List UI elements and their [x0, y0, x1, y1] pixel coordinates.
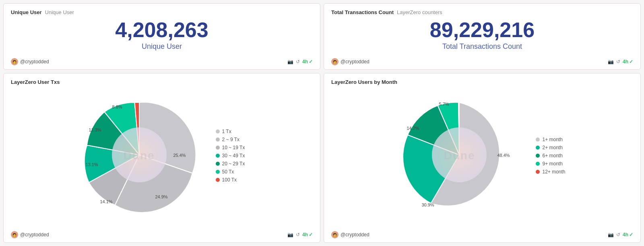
legend-item-1month: 1+ month [536, 137, 565, 142]
svg-text:8.8%: 8.8% [112, 104, 122, 109]
author-avatar: 🧑 [11, 58, 18, 65]
svg-point-13 [432, 127, 487, 182]
users-by-month-donut: 48.4% 30.9% 14.2% 5.7% Dune [399, 94, 520, 217]
legend-dot-2-9tx [216, 138, 220, 142]
svg-text:14.2%: 14.2% [407, 126, 419, 131]
legend-label-100tx: 100 Tx [222, 177, 237, 183]
refresh-icon-4[interactable]: ↺ [616, 232, 620, 238]
legend-label-10-19tx: 10 ~ 19 Tx [222, 145, 245, 150]
total-tx-subtitle: LayerZero counters [397, 9, 442, 15]
author-avatar-2: 🧑 [331, 58, 339, 65]
legend-dot-100tx [216, 178, 220, 182]
author-name-2: @cryptodded [341, 59, 369, 65]
svg-text:11.3%: 11.3% [89, 127, 101, 132]
legend-item-20-29tx: 20 ~ 29 Tx [216, 161, 245, 167]
legend-dot-9month [536, 162, 540, 166]
user-txs-chart-area: 25.4% 24.9% 14.1% 13.1% 11.3% 8.8% Dune … [11, 87, 313, 237]
user-txs-actions: 📷 ↺ 4h ✓ [287, 232, 313, 238]
total-tx-footer: 🧑 @cryptodded 📷 ↺ 4h ✓ [331, 58, 633, 65]
user-txs-donut-container: 25.4% 24.9% 14.1% 13.1% 11.3% 8.8% Dune … [79, 94, 245, 217]
total-tx-title: Total Transactions Count [331, 9, 394, 15]
legend-item-6month: 6+ month [536, 153, 565, 158]
unique-user-actions: 📷 ↺ 4h ✓ [287, 59, 313, 65]
author-name-4: @cryptodded [341, 232, 369, 238]
total-tx-actions: 📷 ↺ 4h ✓ [608, 59, 633, 65]
check-icon-4: ✓ [629, 232, 633, 238]
refresh-badge-4: 4h ✓ [623, 232, 633, 238]
legend-item-12month: 12+ month [536, 169, 565, 175]
refresh-icon[interactable]: ↺ [296, 59, 300, 65]
refresh-icon-2[interactable]: ↺ [616, 59, 620, 65]
author-avatar-4: 🧑 [331, 231, 339, 238]
unique-user-value: 4,208,263 [11, 19, 313, 42]
check-icon-2: ✓ [629, 59, 633, 65]
legend-dot-1month [536, 138, 540, 142]
dashboard: Unique User Unique User 4,208,263 Unique… [0, 0, 644, 246]
refresh-icon-3[interactable]: ↺ [296, 232, 300, 238]
legend-label-12month: 12+ month [542, 169, 565, 175]
author-name: @cryptodded [20, 59, 49, 65]
unique-user-title: Unique User [11, 9, 42, 15]
legend-label-20-29tx: 20 ~ 29 Tx [222, 161, 245, 167]
camera-icon-3[interactable]: 📷 [287, 232, 293, 238]
total-tx-value: 89,229,216 [331, 19, 633, 42]
unique-user-subtitle: Unique User [45, 9, 74, 15]
legend-item-2month: 2+ month [536, 145, 565, 150]
user-txs-footer: 🧑 @cryptodded 📷 ↺ 4h ✓ [11, 231, 313, 238]
users-by-month-card: LayerZero Users by Month [324, 73, 641, 243]
total-tx-author: 🧑 @cryptodded [331, 58, 369, 65]
legend-item-100tx: 100 Tx [216, 177, 245, 183]
unique-user-footer: 🧑 @cryptodded 📷 ↺ 4h ✓ [11, 58, 313, 65]
user-txs-author: 🧑 @cryptodded [11, 231, 49, 238]
legend-dot-1tx [216, 129, 220, 133]
camera-icon-2[interactable]: 📷 [608, 59, 614, 65]
total-tx-card: Total Transactions Count LayerZero count… [324, 3, 641, 70]
refresh-badge: 4h ✓ [302, 59, 313, 65]
check-icon: ✓ [309, 59, 313, 65]
refresh-badge-3: 4h ✓ [302, 232, 313, 238]
svg-text:25.4%: 25.4% [173, 153, 186, 158]
legend-label-1month: 1+ month [542, 137, 562, 142]
total-tx-header: Total Transactions Count LayerZero count… [331, 9, 633, 15]
author-name-3: @cryptodded [20, 232, 49, 238]
legend-item-1tx: 1 Tx [216, 129, 245, 134]
unique-user-header: Unique User Unique User [11, 9, 313, 15]
users-by-month-author: 🧑 @cryptodded [331, 231, 369, 238]
user-txs-card: LayerZero User Txs [3, 73, 320, 243]
legend-label-30-49tx: 30 ~ 49 Tx [222, 153, 245, 158]
legend-item-10-19tx: 10 ~ 19 Tx [216, 145, 245, 150]
svg-text:48.4%: 48.4% [497, 153, 510, 158]
camera-icon-4[interactable]: 📷 [608, 232, 614, 238]
unique-user-card: Unique User Unique User 4,208,263 Unique… [3, 3, 320, 70]
legend-dot-50tx [216, 170, 220, 174]
svg-text:14.1%: 14.1% [100, 199, 112, 204]
refresh-badge-2: 4h ✓ [623, 59, 633, 65]
legend-label-50tx: 50 Tx [222, 169, 234, 175]
legend-item-50tx: 50 Tx [216, 169, 245, 175]
legend-dot-6month [536, 154, 540, 158]
legend-label-9month: 9+ month [542, 161, 562, 167]
legend-dot-20-29tx [216, 162, 220, 166]
camera-icon[interactable]: 📷 [287, 59, 293, 65]
user-txs-legend: 1 Tx 2 ~ 9 Tx 10 ~ 19 Tx 30 ~ 49 Tx [216, 129, 245, 183]
legend-label-2month: 2+ month [542, 145, 562, 150]
legend-label-1tx: 1 Tx [222, 129, 231, 134]
users-by-month-chart-area: 48.4% 30.9% 14.2% 5.7% Dune 1+ month 2+ … [331, 87, 633, 237]
user-txs-donut: 25.4% 24.9% 14.1% 13.1% 11.3% 8.8% Dune [79, 94, 200, 217]
users-by-month-actions: 📷 ↺ 4h ✓ [608, 232, 633, 238]
total-tx-label: Total Transactions Count [331, 42, 633, 51]
svg-text:5.7%: 5.7% [439, 102, 449, 106]
legend-item-2-9tx: 2 ~ 9 Tx [216, 137, 245, 142]
legend-dot-12month [536, 170, 540, 174]
legend-dot-30-49tx [216, 154, 220, 158]
legend-dot-10-19tx [216, 146, 220, 150]
svg-text:13.1%: 13.1% [85, 162, 98, 167]
users-by-month-legend: 1+ month 2+ month 6+ month 9+ month [536, 137, 565, 175]
svg-text:30.9%: 30.9% [422, 202, 434, 207]
users-by-month-title: LayerZero Users by Month [331, 79, 397, 85]
legend-dot-2month [536, 146, 540, 150]
legend-label-6month: 6+ month [542, 153, 562, 158]
svg-point-3 [112, 127, 167, 182]
legend-item-30-49tx: 30 ~ 49 Tx [216, 153, 245, 158]
users-by-month-donut-container: 48.4% 30.9% 14.2% 5.7% Dune 1+ month 2+ … [399, 94, 565, 217]
